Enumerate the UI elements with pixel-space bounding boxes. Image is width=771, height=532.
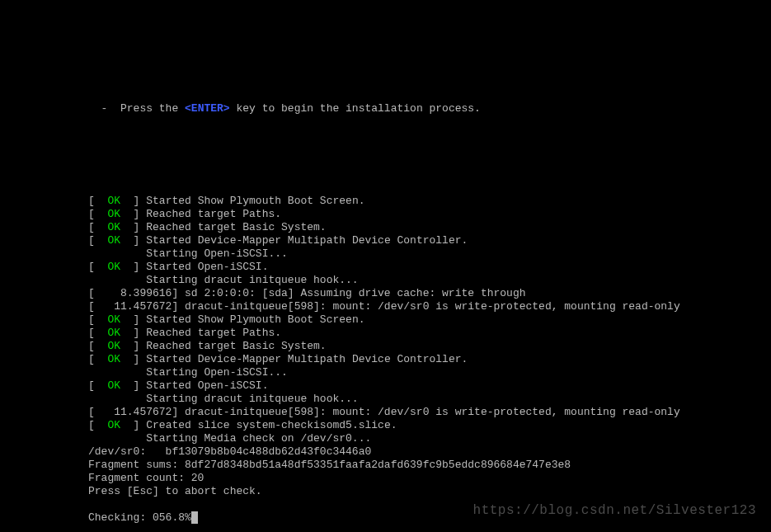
boot-line: [ OK ] Created slice system-checkisomd5.… bbox=[88, 419, 771, 432]
boot-message: Reached target Paths. bbox=[146, 327, 281, 339]
ok-status: OK bbox=[107, 261, 120, 273]
boot-message: Starting dracut initqueue hook... bbox=[146, 274, 358, 286]
ok-status: OK bbox=[107, 221, 120, 233]
boot-line: [ OK ] Started Show Plymouth Boot Screen… bbox=[88, 313, 771, 327]
boot-message: Reached target Basic System. bbox=[146, 340, 326, 352]
enter-key: <ENTER> bbox=[185, 102, 230, 115]
boot-line: [ OK ] Started Device-Mapper Multipath D… bbox=[88, 353, 771, 366]
boot-line: [ OK ] Started Open-iSCSI. bbox=[88, 379, 771, 393]
ok-status: OK bbox=[107, 419, 120, 431]
boot-message: Started Device-Mapper Multipath Device C… bbox=[146, 353, 468, 365]
prompt-suffix: key to begin the installation process. bbox=[230, 102, 481, 115]
checking-label: Checking: bbox=[88, 511, 153, 524]
boot-message: Reached target Paths. bbox=[146, 208, 281, 220]
boot-log: [ OK ] Started Show Plymouth Boot Screen… bbox=[88, 195, 771, 498]
boot-line: [ OK ] Started Device-Mapper Multipath D… bbox=[88, 234, 771, 247]
boot-line: [ OK ] Reached target Basic System. bbox=[88, 340, 771, 353]
cursor: _ bbox=[191, 511, 198, 524]
boot-line: Fragment sums: 8df27d8348bd51a48df53351f… bbox=[88, 459, 771, 472]
ok-status: OK bbox=[107, 313, 120, 326]
boot-message: Starting dracut initqueue hook... bbox=[146, 393, 358, 405]
checking-value: 056.8% bbox=[153, 511, 191, 524]
prompt-prefix: - Press the bbox=[88, 102, 185, 115]
boot-message: Created slice system-checkisomd5.slice. bbox=[146, 419, 397, 431]
boot-line: Starting dracut initqueue hook... bbox=[88, 393, 771, 406]
boot-line: [ OK ] Reached target Paths. bbox=[88, 327, 771, 340]
boot-message: Started Open-iSCSI. bbox=[146, 379, 268, 392]
blank-spacer bbox=[88, 129, 771, 181]
boot-line: /dev/sr0: bf13079b8b04c488db62d43f0c3446… bbox=[88, 445, 771, 459]
boot-message: Reached target Basic System. bbox=[146, 221, 326, 233]
ok-status: OK bbox=[107, 379, 120, 392]
boot-line: Fragment count: 20 bbox=[88, 472, 771, 485]
ok-status: OK bbox=[107, 234, 120, 247]
boot-line: [ OK ] Started Show Plymouth Boot Screen… bbox=[88, 195, 771, 208]
boot-message: Started Device-Mapper Multipath Device C… bbox=[146, 234, 468, 247]
boot-line: Press [Esc] to abort check. bbox=[88, 485, 771, 498]
ok-status: OK bbox=[107, 208, 120, 220]
boot-line: Starting Open-iSCSI... bbox=[88, 366, 771, 379]
boot-message: Started Show Plymouth Boot Screen. bbox=[146, 195, 364, 207]
boot-line: [ 11.457672] dracut-initqueue[598]: moun… bbox=[88, 300, 771, 313]
boot-message: Started Open-iSCSI. bbox=[146, 261, 268, 273]
ok-status: OK bbox=[107, 340, 120, 352]
boot-line: [ OK ] Reached target Paths. bbox=[88, 208, 771, 221]
ok-status: OK bbox=[107, 353, 120, 365]
install-prompt: - Press the <ENTER> key to begin the ins… bbox=[88, 102, 771, 115]
boot-message: Starting Open-iSCSI... bbox=[146, 247, 288, 260]
boot-message: Starting Media check on /dev/sr0... bbox=[146, 432, 371, 445]
ok-status: OK bbox=[107, 195, 120, 207]
boot-console: - Press the <ENTER> key to begin the ins… bbox=[0, 0, 771, 532]
boot-line: [ 11.457672] dracut-initqueue[598]: moun… bbox=[88, 406, 771, 419]
boot-line: [ OK ] Started Open-iSCSI. bbox=[88, 261, 771, 274]
watermark: https://blog.csdn.net/Silvester123 bbox=[473, 504, 756, 517]
boot-message: Starting Open-iSCSI... bbox=[146, 366, 288, 379]
ok-status: OK bbox=[107, 327, 120, 339]
boot-line: Starting dracut initqueue hook... bbox=[88, 274, 771, 287]
boot-line: [ 8.399616] sd 2:0:0:0: [sda] Assuming d… bbox=[88, 287, 771, 300]
boot-line: [ OK ] Reached target Basic System. bbox=[88, 221, 771, 234]
boot-message: Started Show Plymouth Boot Screen. bbox=[146, 313, 364, 326]
boot-line: Starting Media check on /dev/sr0... bbox=[88, 432, 771, 445]
boot-line: Starting Open-iSCSI... bbox=[88, 247, 771, 261]
